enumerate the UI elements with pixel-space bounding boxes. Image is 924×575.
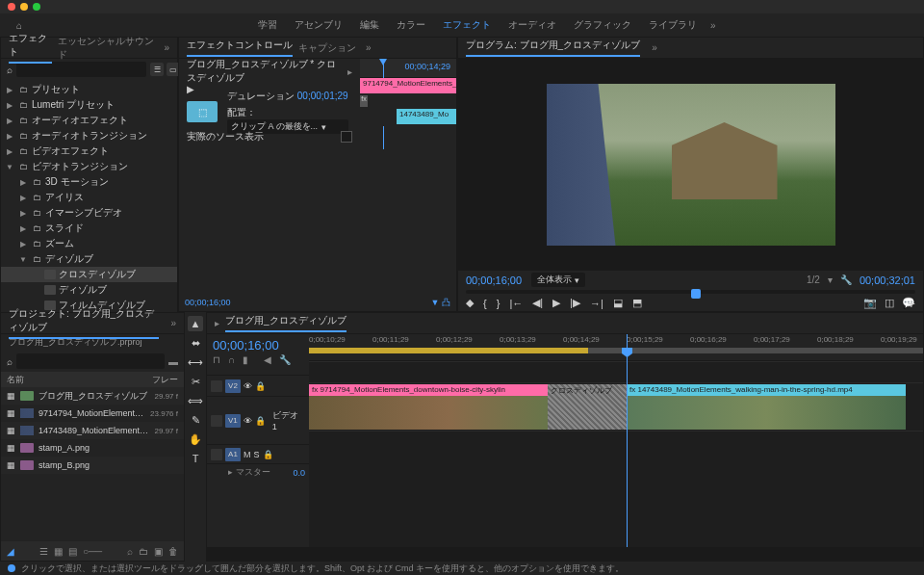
step-fwd-icon[interactable]: |▶ xyxy=(570,297,580,309)
wrench-icon[interactable]: 🔧 xyxy=(840,274,852,285)
search-input[interactable] xyxy=(16,62,146,77)
list-view-icon[interactable]: ☰ xyxy=(39,546,48,557)
zoom-slider[interactable]: ○── xyxy=(83,546,102,557)
project-item[interactable]: ▦9714794_MotionElements_do23.976 f xyxy=(1,405,184,422)
extract-icon[interactable]: ⬒ xyxy=(632,297,642,309)
tree-node[interactable]: ▶🗀イマーシブビデオ xyxy=(1,205,177,221)
chevron-right-icon[interactable]: ▸ xyxy=(347,66,352,77)
slip-tool[interactable]: ⟺ xyxy=(188,393,203,408)
project-list[interactable]: ▦ブログ用_クロスディゾルブ29.97 f▦9714794_MotionElem… xyxy=(1,387,184,541)
project-item[interactable]: ▦stamp_A.png xyxy=(1,439,184,457)
mark-in-icon[interactable]: { xyxy=(483,298,487,309)
project-item[interactable]: ▦stamp_B.png xyxy=(1,457,184,474)
col-framerate[interactable]: フレー xyxy=(152,374,178,386)
go-in-icon[interactable]: |← xyxy=(509,298,523,309)
ec-clip-b[interactable]: 14743489_Mo xyxy=(397,109,456,124)
wrench-icon[interactable]: 🔧 xyxy=(279,354,291,365)
ripple-edit-tool[interactable]: ⟷ xyxy=(188,354,203,370)
tree-node[interactable]: ▶🗀プリセット xyxy=(1,82,177,97)
program-scrubber[interactable] xyxy=(466,290,915,294)
project-search-input[interactable] xyxy=(16,353,165,369)
lift-icon[interactable]: ⬓ xyxy=(613,297,623,309)
go-out-icon[interactable]: →| xyxy=(590,298,603,309)
source-checkbox[interactable] xyxy=(341,131,352,143)
new-bin-icon[interactable]: 🗀 xyxy=(139,546,148,557)
tree-node[interactable]: ▶🗀3D モーション xyxy=(1,174,177,190)
new-item-icon[interactable]: ◢ xyxy=(7,546,14,557)
home-icon[interactable]: ⌂ xyxy=(0,20,38,31)
lock-icon[interactable]: 🔒 xyxy=(255,381,266,391)
tree-node[interactable]: ▶🗀スライド xyxy=(1,221,177,236)
program-monitor[interactable] xyxy=(458,59,923,271)
play-icon[interactable]: ▶ xyxy=(187,84,194,94)
timeline-ruler[interactable]: 0;00;10;290;00;11;290;00;12;290;00;13;29… xyxy=(309,334,923,361)
lock-icon[interactable]: 🔒 xyxy=(255,416,266,426)
close-window[interactable] xyxy=(8,3,15,11)
workspace-アセンブリ[interactable]: アセンブリ xyxy=(295,18,343,32)
chevron-down-icon[interactable]: ▾ xyxy=(828,274,833,285)
tree-node[interactable]: ディゾルブ xyxy=(1,282,177,298)
clip-2[interactable]: fx 14743489_MotionElements_walking-man-i… xyxy=(627,384,906,430)
effects-tab[interactable]: エフェクト xyxy=(9,32,52,64)
snap-icon[interactable]: ⊓ xyxy=(213,354,220,365)
workspace-グラフィック[interactable]: グラフィック xyxy=(574,18,631,32)
timeline-area[interactable]: 0;00;10;290;00;11;290;00;12;290;00;13;29… xyxy=(309,334,923,547)
scale-label[interactable]: 1/2 xyxy=(807,274,820,285)
clip-1[interactable]: fx 9714794_MotionElements_downtown-boise… xyxy=(309,384,588,430)
pen-tool[interactable]: ✎ xyxy=(188,412,203,428)
tree-node[interactable]: ▶🗀オーディオエフェクト xyxy=(1,113,177,128)
lock-icon[interactable]: 🔒 xyxy=(263,450,273,459)
timeline-tab[interactable]: ブログ用_クロスディゾルブ xyxy=(225,314,346,332)
overflow-icon[interactable]: » xyxy=(164,42,169,53)
type-tool[interactable]: T xyxy=(188,451,203,466)
caption-tab[interactable]: キャプション xyxy=(298,41,356,55)
minimize-window[interactable] xyxy=(20,3,28,11)
overflow-icon[interactable]: » xyxy=(710,20,716,31)
sound-tab[interactable]: エッセンシャルサウンド xyxy=(58,35,154,62)
tree-node[interactable]: ▼🗀ビデオトランジション xyxy=(1,159,177,174)
track-v1[interactable]: V1👁🔒ビデオ 1 xyxy=(207,396,309,444)
tree-node[interactable]: ▶🗀オーディオトランジション xyxy=(1,128,177,144)
col-name[interactable]: 名前 xyxy=(7,374,24,386)
trash-icon[interactable]: 🗑 xyxy=(168,546,178,557)
zoom-dropdown[interactable]: 全体表示▾ xyxy=(531,273,585,287)
track-select-tool[interactable]: ⬌ xyxy=(188,335,203,351)
tree-node[interactable]: ▶🗀ズーム xyxy=(1,236,177,251)
freeform-view-icon[interactable]: ▤ xyxy=(68,546,77,557)
preset-icon[interactable]: ☰ xyxy=(150,63,164,76)
workspace-編集[interactable]: 編集 xyxy=(360,18,379,32)
tree-node[interactable]: ▶🗀Lumetri プリセット xyxy=(1,97,177,113)
add-marker-icon[interactable]: ◆ xyxy=(466,297,474,309)
transition-crossdissolve[interactable]: クロスディゾルブ xyxy=(548,384,627,430)
program-tc[interactable]: 00;00;16;00 xyxy=(466,274,522,286)
timeline-tc[interactable]: 00;00;16;00 xyxy=(213,338,303,353)
workspace-カラー[interactable]: カラー xyxy=(397,18,425,32)
overflow-icon[interactable]: » xyxy=(652,42,657,53)
mark-out-icon[interactable]: } xyxy=(497,298,500,309)
workspace-オーディオ[interactable]: オーディオ xyxy=(508,18,556,32)
settings-icon[interactable]: ◀ xyxy=(264,354,271,365)
export-frame-icon[interactable]: 📷 xyxy=(863,297,877,309)
selection-tool[interactable]: ▲ xyxy=(188,316,203,331)
tree-node[interactable]: ▶🗀アイリス xyxy=(1,190,177,205)
tree-node[interactable]: ▼🗀ディゾルブ xyxy=(1,251,177,267)
project-tab[interactable]: プロジェクト: ブログ用_クロスディゾルブ xyxy=(9,307,159,339)
effect-controls-tab[interactable]: エフェクトコントロール xyxy=(187,39,293,57)
icon-view-icon[interactable]: ▦ xyxy=(54,546,63,557)
marker-icon[interactable]: ▮ xyxy=(243,354,248,365)
step-back-icon[interactable]: ◀| xyxy=(532,297,543,309)
workspace-学習[interactable]: 学習 xyxy=(258,18,277,32)
filter-icon[interactable]: ▼ xyxy=(431,298,440,307)
workspace-ライブラリ[interactable]: ライブラリ xyxy=(649,18,697,32)
compare-icon[interactable]: ◫ xyxy=(885,297,894,309)
project-item[interactable]: ▦ブログ用_クロスディゾルブ29.97 f xyxy=(1,387,184,405)
wrench-icon[interactable]: 凸 xyxy=(442,298,450,307)
find-icon[interactable]: ⌕ xyxy=(127,546,133,557)
overflow-icon[interactable]: » xyxy=(366,42,372,53)
ec-clip-a[interactable]: 9714794_MotionElements_downtown-bo xyxy=(360,78,456,93)
razor-tool[interactable]: ✂ xyxy=(188,374,203,389)
track-v2[interactable]: V2👁🔒 xyxy=(207,375,309,396)
play-icon[interactable]: ▶ xyxy=(552,297,560,309)
timeline-zoom[interactable] xyxy=(207,547,923,561)
new-item-dropdown[interactable]: ▣ xyxy=(154,546,163,557)
